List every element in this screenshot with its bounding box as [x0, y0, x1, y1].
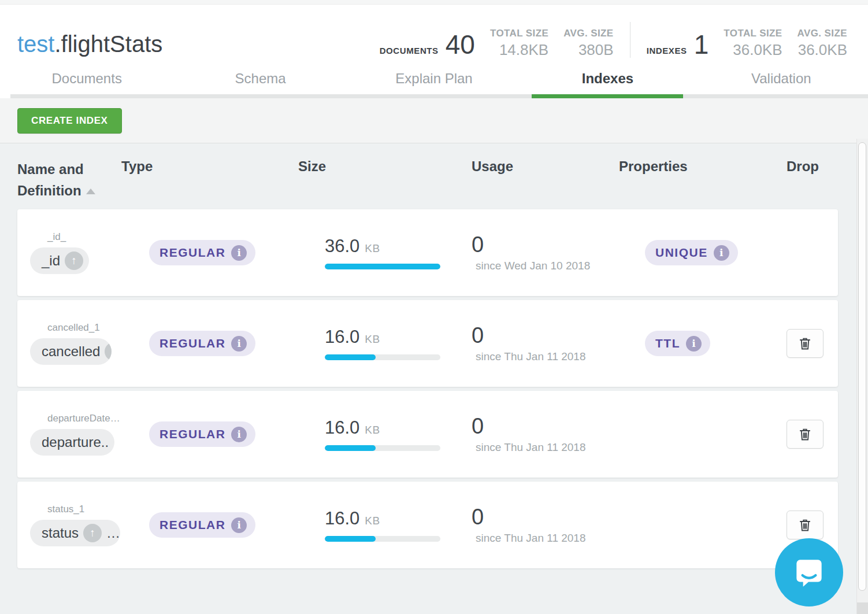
arrow-up-icon: ↑ [65, 251, 83, 270]
indexes-label: INDEXES [647, 46, 687, 56]
index-drop-cell [787, 511, 838, 539]
index-usage-cell: 0 since Thu Jan 11 2018 [472, 415, 619, 454]
definition-ellipsis: … [106, 525, 121, 541]
tab-indexes[interactable]: Indexes [521, 67, 694, 98]
column-header-usage: Usage [472, 158, 619, 201]
index-size-cell: 36.0KB [298, 236, 472, 269]
indexes-count: 1 [694, 31, 709, 58]
type-badge-label: REGULAR [159, 518, 225, 532]
vertical-scrollbar[interactable] [856, 139, 868, 614]
trash-icon [797, 336, 813, 351]
stats-divider [630, 22, 630, 58]
drop-index-button[interactable] [787, 511, 824, 539]
index-properties-cell: TTLi [619, 331, 787, 356]
type-badge: REGULARi [149, 421, 255, 447]
usage-since: since Thu Jan 11 2018 [476, 441, 619, 454]
indexes-total-size-label: TOTAL SIZE [724, 28, 782, 39]
drop-index-button[interactable] [787, 420, 824, 449]
collection-header: test.flightStats DOCUMENTS 40 TOTAL SIZE… [0, 5, 868, 98]
index-size-unit: KB [365, 242, 380, 255]
scrollbar-corner [857, 602, 868, 614]
index-field-name: status [42, 525, 79, 541]
size-progress-fill [325, 445, 376, 451]
column-header-name-definition[interactable]: Name and Definition [17, 158, 104, 201]
usage-count: 0 [472, 324, 619, 347]
window-chrome-strip [0, 0, 868, 5]
info-icon[interactable]: i [686, 336, 702, 352]
active-tab-indicator [532, 94, 683, 98]
info-icon[interactable]: i [231, 245, 247, 261]
index-usage-cell: 0 since Thu Jan 11 2018 [472, 505, 619, 545]
name-definition-header-label: Name and Definition [17, 161, 84, 198]
indexes-total-size-value: 36.0KB [733, 41, 782, 58]
type-badge: REGULARi [149, 512, 255, 538]
collection-title: test.flightStats [17, 29, 162, 59]
type-badge-label: REGULAR [159, 427, 225, 441]
column-header-properties: Properties [619, 158, 787, 201]
index-size-cell: 16.0KB [298, 417, 472, 451]
index-size-cell: 16.0KB [298, 327, 472, 360]
index-usage-cell: 0 since Thu Jan 11 2018 [472, 324, 619, 363]
column-header-drop: Drop [787, 158, 838, 201]
collection-tab-bar: Documents Schema Explain Plan Indexes Va… [0, 67, 868, 98]
index-size-unit: KB [365, 424, 380, 437]
tab-documents[interactable]: Documents [0, 67, 173, 98]
index-size-value: 16.0 [325, 327, 359, 347]
index-type-cell: REGULARi [121, 240, 298, 265]
index-size-unit: KB [365, 515, 380, 527]
database-name: test [17, 31, 54, 57]
index-name-cell: departureDate… departure.. [17, 413, 121, 456]
indexes-stat: INDEXES 1 [647, 31, 709, 58]
index-type-cell: REGULARi [121, 512, 298, 538]
usage-count: 0 [472, 505, 619, 528]
documents-avg-size: AVG. SIZE 380B [563, 28, 613, 58]
type-badge-label: REGULAR [159, 246, 225, 260]
chat-bubble-icon [790, 553, 828, 591]
index-row-status: status_1 status ↑ … REGULARi 16.0KB 0 si… [17, 482, 838, 568]
index-name: departureDate… [47, 413, 121, 424]
intercom-chat-button[interactable] [775, 538, 843, 606]
index-table-header: Name and Definition Type Size Usage Prop… [17, 143, 838, 209]
usage-since: since Wed Jan 10 2018 [476, 260, 619, 272]
documents-count: 40 [446, 31, 475, 58]
documents-total-size-value: 14.8KB [499, 41, 548, 58]
documents-stat: DOCUMENTS 40 [380, 31, 475, 58]
index-field-name: _id [42, 253, 60, 269]
usage-since: since Thu Jan 11 2018 [476, 350, 619, 363]
documents-total-size: TOTAL SIZE 14.8KB [490, 28, 548, 58]
index-drop-cell [787, 329, 838, 358]
info-icon[interactable]: i [231, 427, 247, 442]
drop-index-button[interactable] [787, 329, 824, 358]
property-badge-ttl: TTLi [645, 331, 710, 356]
tab-explain-plan[interactable]: Explain Plan [347, 67, 521, 98]
sort-asc-icon [86, 188, 95, 194]
create-index-button[interactable]: CREATE INDEX [17, 108, 122, 134]
tab-schema[interactable]: Schema [173, 67, 347, 98]
arrow-up-icon: ↑ [83, 524, 102, 542]
info-icon[interactable]: i [231, 336, 247, 352]
index-size-value: 36.0 [325, 236, 359, 257]
index-name: cancelled_1 [47, 322, 121, 334]
info-icon[interactable]: i [714, 245, 729, 261]
index-type-cell: REGULARi [121, 421, 298, 447]
scrollbar-thumb[interactable] [858, 142, 866, 591]
indexes-total-size: TOTAL SIZE 36.0KB [724, 28, 782, 58]
documents-total-size-label: TOTAL SIZE [490, 28, 548, 39]
index-definition-pill: cancelled ↑ [30, 338, 112, 365]
index-properties-cell: UNIQUEi [619, 240, 787, 265]
index-usage-cell: 0 since Wed Jan 10 2018 [472, 233, 619, 272]
collection-stats: DOCUMENTS 40 TOTAL SIZE 14.8KB AVG. SIZE… [380, 22, 847, 59]
index-definition-pill: _id ↑ [30, 247, 89, 274]
index-name: status_1 [47, 504, 121, 515]
property-badge-label: UNIQUE [655, 246, 708, 260]
info-icon[interactable]: i [231, 517, 247, 533]
index-drop-cell [787, 420, 838, 449]
documents-avg-size-label: AVG. SIZE [563, 28, 613, 39]
tab-validation[interactable]: Validation [695, 67, 868, 98]
type-badge: REGULARi [149, 331, 255, 356]
size-progress-fill [325, 264, 440, 269]
documents-avg-size-value: 380B [578, 41, 614, 58]
column-header-size: Size [298, 158, 472, 201]
index-field-name: cancelled [42, 343, 100, 360]
type-badge: REGULARi [149, 240, 255, 265]
